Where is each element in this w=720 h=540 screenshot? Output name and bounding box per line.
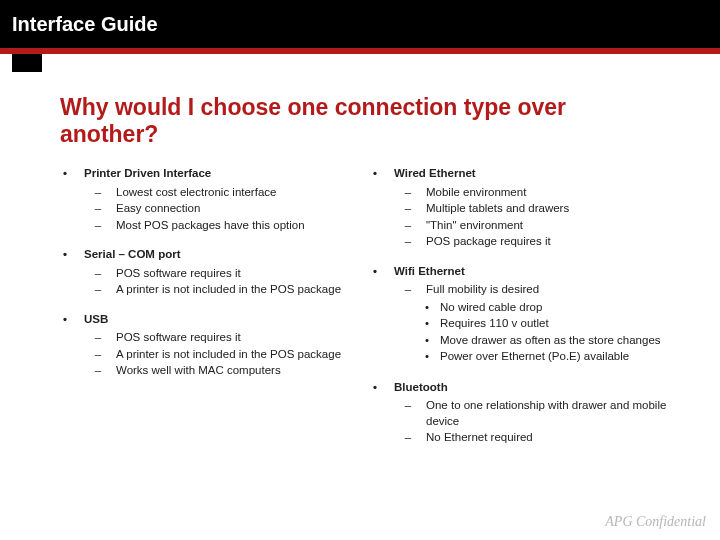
subpoint: Power over Ethernet (Po.E) available — [440, 349, 629, 365]
subpoint: Move drawer as often as the store change… — [440, 333, 661, 349]
point: Multiple tablets and drawers — [426, 201, 569, 217]
section-title: Wired Ethernet — [394, 166, 476, 182]
accent-bar — [0, 48, 720, 54]
point: A printer is not included in the POS pac… — [116, 282, 341, 298]
section-title: Serial – COM port — [84, 247, 181, 263]
section-title: Wifi Ethernet — [394, 264, 465, 280]
footer-confidential: APG Confidential — [605, 514, 706, 530]
subpoint: No wired cable drop — [440, 300, 542, 316]
point: No Ethernet required — [426, 430, 533, 446]
section-usb: •USB –POS software requires it –A printe… — [60, 312, 360, 379]
point: Easy connection — [116, 201, 200, 217]
section-serial: •Serial – COM port –POS software require… — [60, 247, 360, 298]
subpoint: Requires 110 v outlet — [440, 316, 549, 332]
left-column: •Printer Driven Interface –Lowest cost e… — [60, 166, 360, 460]
slide-body: Why would I choose one connection type o… — [0, 72, 720, 460]
point: A printer is not included in the POS pac… — [116, 347, 341, 363]
columns: •Printer Driven Interface –Lowest cost e… — [60, 166, 670, 460]
section-wired: •Wired Ethernet –Mobile environment –Mul… — [370, 166, 670, 250]
section-title: USB — [84, 312, 108, 328]
point: POS package requires it — [426, 234, 551, 250]
section-bluetooth: •Bluetooth –One to one relationship with… — [370, 380, 670, 446]
point: Lowest cost electronic interface — [116, 185, 276, 201]
title-bar-text: Interface Guide — [12, 13, 158, 36]
point: Works well with MAC computers — [116, 363, 281, 379]
point: POS software requires it — [116, 266, 241, 282]
point: Mobile environment — [426, 185, 526, 201]
section-wifi: •Wifi Ethernet –Full mobility is desired… — [370, 264, 670, 366]
section-printer: •Printer Driven Interface –Lowest cost e… — [60, 166, 360, 233]
right-column: •Wired Ethernet –Mobile environment –Mul… — [370, 166, 670, 460]
point: POS software requires it — [116, 330, 241, 346]
section-title: Bluetooth — [394, 380, 448, 396]
point: Most POS packages have this option — [116, 218, 305, 234]
point: One to one relationship with drawer and … — [426, 398, 670, 429]
slide-heading: Why would I choose one connection type o… — [60, 94, 670, 148]
title-bar: Interface Guide — [0, 0, 720, 48]
section-title: Printer Driven Interface — [84, 166, 211, 182]
title-notch — [12, 54, 42, 72]
point: Full mobility is desired — [426, 282, 539, 298]
point: "Thin" environment — [426, 218, 523, 234]
